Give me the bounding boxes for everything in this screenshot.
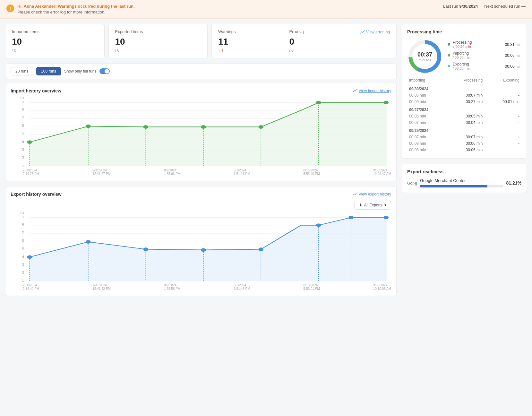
th-importing: Importing — [407, 77, 444, 84]
time-row: 00:08 min00:06 min- — [407, 140, 521, 147]
svg-text:10: 10 — [19, 212, 24, 215]
imported-label: Imported items — [12, 29, 98, 34]
show-full-toggle[interactable] — [99, 68, 110, 74]
imported-sub: / 0 — [12, 48, 98, 53]
merchant-percent: 81.21% — [506, 180, 521, 186]
progress-bar-fill — [420, 185, 487, 187]
exported-card: Exported items 10 / 0 — [108, 24, 208, 58]
import-chart-title: Import history overview — [11, 88, 61, 93]
svg-text:0: 0 — [21, 164, 24, 168]
legend-importing: Importing / 00:00 min 00:06 min — [448, 51, 521, 59]
x-label-3: 8/2/20241:35:06 PM — [164, 169, 180, 176]
all-exports-button[interactable]: ⬇ All Exports ▾ — [354, 201, 391, 210]
svg-text:6: 6 — [21, 124, 24, 128]
svg-text:0: 0 — [21, 279, 24, 283]
export-chart-card: Export history overview View export hist… — [5, 186, 397, 296]
svg-text:2: 2 — [21, 156, 24, 160]
svg-text:8: 8 — [21, 108, 24, 112]
legend-exporting: Exporting / 00:00 min 00:00 min — [448, 62, 521, 70]
imported-value: 10 — [12, 37, 98, 47]
x-label-5: 8/15/20245:55:40 PM — [304, 169, 320, 176]
th-exporting: Exporting — [485, 77, 521, 84]
donut-chart: 00:37 minutes — [407, 39, 442, 74]
trend-icon-2 — [353, 192, 357, 196]
merchant-info: Google Merchant Center — [420, 178, 503, 187]
donut-label: 00:37 minutes — [417, 51, 432, 62]
svg-text:3: 3 — [21, 263, 24, 266]
export-chart-svg: 0 2 3 4 5 6 7 8 9 10 — [11, 212, 391, 283]
left-panel: Imported items 10 / 0 Exported items 10 … — [5, 24, 397, 301]
svg-text:9: 9 — [21, 215, 24, 219]
svg-text:8: 8 — [21, 223, 24, 227]
stats-row: Imported items 10 / 0 Exported items 10 … — [5, 24, 397, 58]
chart-icon — [360, 30, 365, 34]
svg-point-22 — [143, 125, 149, 129]
trend-icon — [353, 89, 357, 93]
date-row-1: 09/30/2024 — [407, 84, 521, 92]
date-row-2: 09/27/2024 — [407, 105, 521, 113]
x-label-2: 7/31/202412:41:27 PM — [92, 169, 111, 176]
view-error-log-link[interactable]: View error log — [360, 30, 390, 34]
last-run-label: Last run 9/30/2024 — [443, 4, 478, 9]
errors-info-icon: ℹ — [303, 30, 304, 35]
svg-point-23 — [201, 125, 206, 129]
warning-title: Warnings occurred during the last run. — [58, 4, 134, 9]
import-chart-area: 0 2 3 4 5 6 7 8 9 10 — [11, 97, 391, 168]
exported-sub: / 0 — [115, 48, 201, 53]
svg-text:3: 3 — [21, 148, 24, 152]
processing-time-card: Processing time 00:37 minutes — [402, 24, 527, 159]
svg-text:7: 7 — [21, 231, 24, 235]
import-chart-header: Import history overview View import hist… — [11, 88, 391, 93]
export-readiness-title: Export readiness — [407, 169, 521, 174]
20-runs-button[interactable]: 20 runs — [11, 67, 33, 75]
ex-label-3: 8/2/20241:35:58 PM — [164, 283, 180, 290]
merchant-row: Google Google Merchant Center 81.21% — [407, 178, 521, 187]
x-label-1: 7/30/20242:14:25 PM — [23, 169, 39, 176]
errors-sub: / 0 — [289, 48, 348, 53]
importing-dot — [448, 54, 450, 56]
ex-label-5: 8/15/20245:56:01 PM — [304, 283, 320, 290]
warnings-value: 11 — [218, 37, 277, 47]
time-row: 00:09 min00:27 min00:01 min — [407, 99, 521, 105]
export-chart-title: Export history overview — [11, 192, 62, 197]
legend-processing: Processing ↑ 00:24 min 00:31 min — [448, 40, 521, 48]
warning-text: Hi, Anna Alexander! Warnings occurred du… — [17, 4, 135, 14]
exported-value: 10 — [115, 37, 201, 47]
svg-text:4: 4 — [21, 140, 24, 144]
warning-banner: ! Hi, Anna Alexander! Warnings occurred … — [0, 0, 532, 19]
export-readiness-card: Export readiness Google Google Merchant … — [402, 164, 527, 193]
svg-text:7: 7 — [21, 116, 24, 120]
greeting: Hi, Anna Alexander! — [17, 4, 57, 9]
exporting-dot — [448, 65, 450, 67]
errors-value: 0 — [289, 37, 348, 47]
time-row: 00:07 min00:04 min- — [407, 119, 521, 126]
import-chart-svg: 0 2 3 4 5 6 7 8 9 10 — [11, 97, 391, 168]
ex-label-2: 7/31/202412:41:42 PM — [92, 283, 111, 290]
show-only-label: Show only full runs — [64, 69, 97, 74]
date-row-3: 09/25/2024 — [407, 126, 521, 134]
th-processing: Processing — [444, 77, 485, 84]
export-chart-area: 0 2 3 4 5 6 7 8 9 10 — [11, 212, 391, 283]
100-runs-button[interactable]: 100 runs — [36, 67, 61, 75]
imported-card: Imported items 10 / 0 — [5, 24, 105, 58]
view-import-history-link[interactable]: View import history — [353, 89, 391, 93]
merchant-name: Google Merchant Center — [420, 178, 503, 183]
svg-text:10: 10 — [19, 97, 24, 100]
warning-subtitle: Please check the error log for more info… — [17, 10, 135, 14]
import-chart-card: Import history overview View import hist… — [5, 83, 397, 181]
svg-text:Google: Google — [407, 181, 417, 185]
x-label-4: 8/2/20241:51:11 PM — [234, 169, 250, 176]
progress-bar-bg — [420, 185, 503, 187]
processing-dot — [448, 43, 450, 46]
processing-time-title: Processing time — [407, 29, 521, 34]
export-chart-header: Export history overview View export hist… — [11, 192, 391, 197]
svg-point-24 — [258, 125, 263, 129]
warnings-label: Warnings — [218, 29, 277, 34]
svg-marker-19 — [30, 103, 386, 166]
right-panel: Processing time 00:37 minutes — [402, 24, 527, 301]
processing-time-table: Importing Processing Exporting 09/30/202… — [407, 77, 521, 153]
svg-text:5: 5 — [21, 132, 24, 136]
view-export-history-link[interactable]: View export history — [353, 192, 391, 196]
warnings-errors-card: Warnings 11 ↑ 1 Errors ℹ 0 / 0 — [211, 24, 397, 58]
run-info: Last run 9/30/2024 Next scheduled run — — [443, 4, 526, 9]
